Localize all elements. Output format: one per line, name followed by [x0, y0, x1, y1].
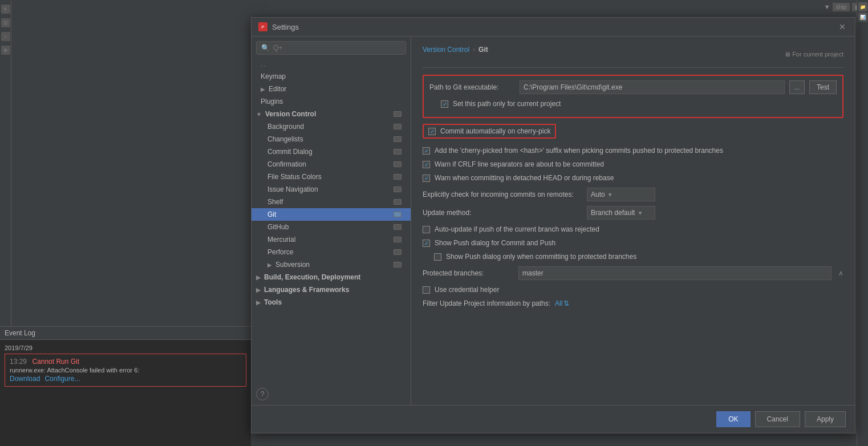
tree-item-mercurial[interactable]: Mercurial	[252, 233, 411, 246]
incoming-dropdown-arrow: ▼	[607, 192, 613, 198]
tree-item-background[interactable]: Background	[252, 120, 411, 133]
mercurial-label: Mercurial	[267, 236, 295, 244]
event-log-content: 2019/7/29 13:29 Cannot Run Git runnerw.e…	[0, 340, 251, 391]
help-button[interactable]: ?	[256, 388, 269, 400]
confirmation-label: Confirmation	[267, 160, 306, 168]
event-error-detail: runnerw.exe: AttachConsole failed with e…	[10, 367, 241, 374]
file-status-label: File Status Colors	[267, 173, 322, 181]
event-error-title: Cannot Run Git	[32, 358, 79, 366]
search-box[interactable]: 🔍	[256, 41, 406, 55]
dialog-body: 🔍 · · Keymap ▶ Editor Plugins ▼	[252, 37, 855, 405]
show-push-row: Show Push dialog for Commit and Push	[423, 238, 843, 248]
set-path-label: Set this path only for current project	[453, 100, 561, 108]
tree-item-editor[interactable]: ▶ Editor	[252, 83, 411, 95]
tree-item-git[interactable]: Git	[252, 208, 411, 221]
warn-detached-label: Warn when committing in detached HEAD or…	[435, 174, 614, 182]
dialog-close-button[interactable]: ✕	[837, 22, 848, 31]
update-method-value: Branch default	[591, 209, 635, 217]
tree-item-perforce[interactable]: Perforce	[252, 246, 411, 258]
update-method-select[interactable]: Branch default ▼	[587, 206, 655, 220]
update-method-dropdown-arrow: ▼	[637, 210, 643, 216]
event-error-box: 13:29 Cannot Run Git runnerw.exe: Attach…	[5, 354, 246, 387]
filter-expand-icon: ⇅	[563, 299, 569, 307]
filter-label: Filter Update Project information by pat…	[423, 299, 550, 307]
vc-arrow: ▼	[256, 111, 262, 117]
github-label: GitHub	[267, 223, 289, 231]
use-credential-checkbox[interactable]	[423, 286, 430, 294]
right-icon-2[interactable]: 📊	[858, 13, 867, 22]
settings-dialog: P Settings ✕ 🔍 · · Keymap ▶ Editor	[251, 17, 855, 433]
warn-detached-checkbox[interactable]	[423, 175, 430, 182]
auto-update-checkbox[interactable]	[423, 226, 430, 233]
protected-expand-icon: ∧	[838, 269, 843, 277]
background-label: Background	[267, 123, 304, 131]
tree-item-changelists[interactable]: Changelists	[252, 133, 411, 145]
incoming-commits-label: Explicitly check for incoming commits on…	[423, 190, 582, 198]
tree-item-confirmation[interactable]: Confirmation	[252, 158, 411, 171]
browse-button[interactable]: ...	[789, 80, 805, 94]
sidebar-icon-2[interactable]: ☑	[1, 18, 10, 27]
tree-item-commit-dialog[interactable]: Commit Dialog	[252, 145, 411, 158]
commit-auto-checkbox[interactable]	[428, 128, 436, 135]
show-push-only-row: Show Push dialog only when committing to…	[423, 252, 843, 262]
confirmation-page-icon	[394, 161, 401, 167]
protected-branches-input[interactable]	[518, 266, 832, 280]
add-suffix-checkbox[interactable]	[423, 147, 430, 155]
vc-label: Version Control	[265, 110, 316, 118]
subversion-label: Subversion	[275, 261, 310, 269]
breadcrumb: Version Control › Git	[423, 46, 488, 54]
dialog-titlebar: P Settings ✕	[252, 18, 855, 37]
set-path-checkbox[interactable]	[441, 100, 448, 108]
apply-button[interactable]: Apply	[805, 411, 846, 427]
right-icon-1[interactable]: 📁	[858, 2, 867, 11]
event-error-line: 13:29 Cannot Run Git	[10, 358, 241, 366]
filter-row: Filter Update Project information by pat…	[423, 299, 843, 307]
ok-button[interactable]: OK	[716, 411, 750, 427]
shelf-label: Shelf	[267, 198, 283, 206]
event-links: Download Configure...	[10, 375, 241, 383]
search-input[interactable]	[273, 44, 401, 52]
show-push-checkbox[interactable]	[423, 240, 430, 247]
svn-arrow: ▶	[267, 262, 272, 268]
tree-item-keymap[interactable]: Keymap	[252, 70, 411, 83]
dialog-icon-label: P	[261, 25, 264, 30]
changelists-page-icon	[394, 136, 401, 142]
update-method-label: Update method:	[423, 209, 582, 217]
warn-crlf-checkbox[interactable]	[423, 161, 430, 168]
test-button[interactable]: Test	[809, 80, 837, 94]
show-push-only-checkbox[interactable]	[434, 253, 441, 261]
incoming-commits-select[interactable]: Auto ▼	[587, 188, 655, 201]
settings-tree-panel: 🔍 · · Keymap ▶ Editor Plugins ▼	[252, 37, 411, 405]
configure-link[interactable]: Configure...	[44, 375, 80, 383]
tree-item-tools[interactable]: ▶ Tools	[252, 296, 411, 309]
tree-item-languages[interactable]: ▶ Languages & Frameworks	[252, 283, 411, 296]
protected-branches-row: Protected branches: ∧	[423, 266, 843, 280]
filter-all-link[interactable]: All ⇅	[555, 299, 569, 307]
git-path-input[interactable]	[520, 80, 785, 94]
cancel-button[interactable]: Cancel	[755, 411, 800, 427]
sidebar-icon-4[interactable]: ⚙	[1, 46, 10, 55]
sidebar-icon-3[interactable]: ↕	[1, 32, 10, 41]
download-link[interactable]: Download	[10, 375, 40, 383]
breadcrumb-separator: ›	[473, 46, 475, 54]
tree-item-github[interactable]: GitHub	[252, 221, 411, 233]
show-push-label: Show Push dialog for Commit and Push	[435, 239, 555, 247]
tree-item-file-status-colors[interactable]: File Status Colors	[252, 171, 411, 183]
warn-detached-row: Warn when committing in detached HEAD or…	[423, 173, 843, 183]
tree-item-version-control[interactable]: ▼ Version Control	[252, 108, 411, 120]
breadcrumb-parent[interactable]: Version Control	[423, 46, 469, 54]
tree-item-subversion[interactable]: ▶ Subversion	[252, 258, 411, 271]
tree-item-plugins[interactable]: Plugins	[252, 95, 411, 108]
incoming-commits-value: Auto	[591, 190, 605, 198]
perforce-label: Perforce	[267, 248, 293, 256]
top-indicator-1: ship	[833, 3, 850, 11]
background-page-icon	[394, 124, 401, 129]
warn-crlf-row: Warn if CRLF line separators are about t…	[423, 159, 843, 169]
editor-arrow: ▶	[261, 86, 265, 92]
tree-item-issue-navigation[interactable]: Issue Navigation	[252, 183, 411, 196]
tree-item-shelf[interactable]: Shelf	[252, 196, 411, 208]
filter-value: All	[555, 299, 562, 307]
sidebar-icon-1[interactable]: ✎	[1, 5, 10, 14]
for-current-project-label: 🖥 For current project	[784, 51, 843, 58]
tree-item-build-execution[interactable]: ▶ Build, Execution, Deployment	[252, 271, 411, 283]
